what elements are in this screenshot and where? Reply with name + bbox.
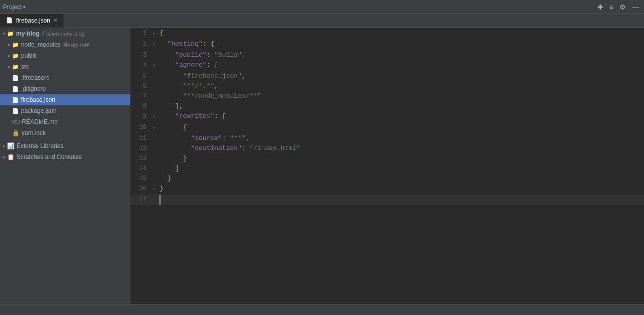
line-number-5: 5 — [130, 71, 150, 81]
code-content-15: } — [157, 174, 644, 184]
tab-file-icon: 📄 — [6, 17, 13, 24]
folder-icon: 📁 — [12, 53, 19, 59]
line-number-4: 4 — [130, 60, 150, 70]
fold-gutter-1[interactable]: ▾ — [150, 28, 157, 39]
minimize-icon[interactable]: — — [630, 2, 641, 12]
sidebar-item-label: public — [21, 52, 37, 59]
fold-gutter-9[interactable]: ▾ — [150, 111, 157, 122]
fold-gutter-10[interactable]: ▾ — [150, 122, 157, 133]
code-content-8: ], — [157, 101, 644, 111]
sidebar-item-firebase-json[interactable]: ▸ 📄 firebase.json — [0, 94, 130, 105]
line-number-1: 1 — [130, 28, 150, 38]
fold-gutter-13 — [150, 153, 157, 154]
sidebar-item-my-blog[interactable]: ▾ 📁 my-blog F:\Demo\my-blog — [0, 28, 130, 39]
line-number-7: 7 — [130, 91, 150, 101]
top-bar-icons: ✚ ≡ ⚙ — — [595, 2, 641, 12]
line-number-11: 11 — [130, 133, 150, 143]
code-content-2: "hosting": { — [157, 39, 644, 49]
fold-gutter-16[interactable]: ▾ — [150, 184, 157, 195]
sidebar-item-label: Scratches and Consoles — [17, 153, 82, 161]
line-number-9: 9 — [130, 111, 150, 121]
line-number-16: 16 — [130, 184, 150, 194]
code-line-16: 16▾} — [130, 184, 644, 195]
folder-icon: 📁 — [12, 64, 19, 70]
code-content-17 — [157, 195, 644, 205]
sidebar-item-scratches[interactable]: ▸ 📋 Scratches and Consoles — [0, 151, 130, 163]
code-content-14: ] — [157, 164, 644, 174]
main-layout: ▾ 📁 my-blog F:\Demo\my-blog ▸ 📁 node_mod… — [0, 28, 644, 304]
code-content-13: } — [157, 153, 644, 164]
sidebar-item-meta: library root — [64, 42, 90, 48]
fold-gutter-5 — [150, 71, 157, 72]
sidebar-item-label: my-blog — [16, 30, 40, 37]
arrow-icon: ▸ — [8, 42, 11, 47]
fold-gutter-7 — [150, 91, 157, 92]
add-icon[interactable]: ✚ — [595, 2, 605, 12]
sidebar-item-label: yarn.lock — [22, 129, 46, 136]
code-line-5: 5 "firebase.json", — [130, 71, 644, 81]
fold-gutter-8 — [150, 101, 157, 102]
tab-bar: 📄 firebase.json ✕ — [0, 14, 644, 28]
tab-label: firebase.json — [16, 17, 50, 24]
lock-file-icon: 🔒 — [12, 129, 20, 136]
md-file-icon: MD — [12, 119, 20, 125]
code-content-10: { — [157, 122, 644, 132]
settings-icon[interactable]: ≡ — [607, 2, 615, 12]
sidebar-item-external-libraries[interactable]: ▸ 📊 External Libraries — [0, 140, 130, 151]
arrow-icon: ▸ — [8, 53, 11, 58]
sidebar-item-label: src — [21, 63, 29, 70]
fold-gutter-11 — [150, 133, 157, 134]
top-bar: Project ▾ ✚ ≡ ⚙ — — [0, 0, 644, 14]
line-number-14: 14 — [130, 164, 150, 174]
sidebar-item-label: .firebaserc — [21, 74, 49, 81]
code-line-7: 7 "**/node_modules/**" — [130, 91, 644, 101]
code-line-13: 13 } — [130, 153, 644, 164]
code-editor[interactable]: 1▾{2▾ "hosting": {3 "public": "build",4▾… — [130, 28, 644, 304]
code-content-1: { — [157, 28, 644, 38]
line-number-3: 3 — [130, 50, 150, 60]
code-line-6: 6 "**/*.*", — [130, 81, 644, 91]
code-line-15: 15 } — [130, 174, 644, 184]
text-cursor — [159, 195, 160, 205]
sidebar-item-meta: F:\Demo\my-blog — [43, 31, 85, 37]
fold-gutter-15 — [150, 174, 157, 175]
sidebar-item-firebaserc[interactable]: ▸ 📄 .firebaserc — [0, 72, 130, 83]
sidebar-item-label: node_modules — [21, 41, 61, 48]
project-menu[interactable]: Project ▾ — [3, 4, 26, 11]
code-line-2: 2▾ "hosting": { — [130, 39, 644, 50]
fold-gutter-2[interactable]: ▾ — [150, 39, 157, 50]
code-line-1: 1▾{ — [130, 28, 644, 39]
sidebar-item-package-json[interactable]: ▸ 📄 package.json — [0, 105, 130, 116]
line-number-8: 8 — [130, 101, 150, 111]
tab-firebase-json[interactable]: 📄 firebase.json ✕ — [0, 14, 64, 28]
code-line-4: 4▾ "ignore": [ — [130, 60, 644, 71]
json-file-icon: 📄 — [12, 108, 19, 114]
sidebar-item-node-modules[interactable]: ▸ 📁 node_modules library root — [0, 39, 130, 50]
sidebar-item-gitignore[interactable]: ▸ 📄 .gitignore — [0, 83, 130, 94]
code-content-7: "**/node_modules/**" — [157, 91, 644, 101]
editor-area: 1▾{2▾ "hosting": {3 "public": "build",4▾… — [130, 28, 644, 304]
fold-gutter-17 — [150, 195, 157, 196]
code-content-4: "ignore": [ — [157, 60, 644, 70]
sidebar-item-yarn-lock[interactable]: ▸ 🔒 yarn.lock — [0, 127, 130, 138]
sidebar-item-label: README.md — [22, 118, 58, 125]
code-content-6: "**/*.*", — [157, 81, 644, 91]
sidebar-item-public[interactable]: ▸ 📁 public — [0, 50, 130, 61]
fold-gutter-3 — [150, 50, 157, 51]
fold-gutter-4[interactable]: ▾ — [150, 60, 157, 71]
line-number-17: 17 — [130, 195, 150, 205]
code-line-11: 11 "source": "**", — [130, 133, 644, 143]
code-content-9: "rewrites": [ — [157, 111, 644, 121]
tab-close-button[interactable]: ✕ — [53, 17, 58, 24]
sidebar-item-src[interactable]: ▸ 📁 src — [0, 61, 130, 72]
sidebar-item-label: firebase.json — [21, 96, 55, 103]
line-number-6: 6 — [130, 81, 150, 91]
gear-icon[interactable]: ⚙ — [617, 2, 628, 12]
library-icon: 📊 — [7, 142, 15, 149]
sidebar-item-readme[interactable]: ▸ MD README.md — [0, 116, 130, 127]
scratches-icon: 📋 — [7, 153, 15, 161]
code-line-9: 9▾ "rewrites": [ — [130, 111, 644, 122]
fold-gutter-12 — [150, 143, 157, 144]
fold-gutter-6 — [150, 81, 157, 82]
code-content-5: "firebase.json", — [157, 71, 644, 81]
